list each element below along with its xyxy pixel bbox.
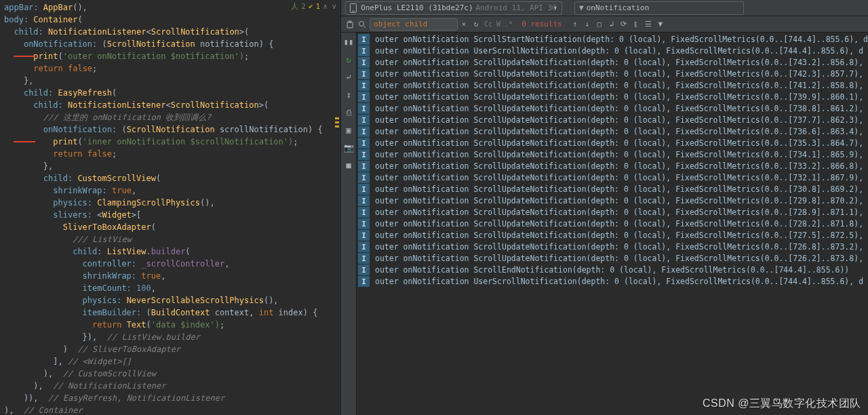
code-line[interactable]: }), // ListView.builder [4,331,340,343]
code-line[interactable]: onNotification: (ScrollNotification noti… [4,38,340,50]
log-line[interactable]: outer onNotification ScrollUpdateNotific… [375,172,868,184]
regex-toggle[interactable]: .* [502,20,515,28]
print-button[interactable]: ⎙ [343,107,354,118]
code-line[interactable]: shrinkWrap: true, [4,184,340,197]
code-line[interactable]: child: EasyRefresh( [4,87,340,99]
code-line[interactable]: body: Container( [4,14,340,26]
code-line[interactable]: print('inner onNotification $scrollNotif… [4,136,340,148]
log-line[interactable]: outer onNotification ScrollUpdateNotific… [375,103,868,115]
code-line[interactable]: onNotification: (ScrollNotification scro… [4,123,340,136]
code-line[interactable]: physics: NeverScrollableScrollPhysics(), [4,294,340,307]
log-level-badge: I [358,45,370,57]
filter-toggle[interactable]: ▢ [593,18,606,31]
code-line[interactable]: ) // SliverToBoxAdapter [4,343,340,355]
code-line[interactable]: return Text('data $index'); [4,319,340,331]
log-line[interactable]: outer onNotification ScrollUpdateNotific… [375,138,868,149]
logcat-toolbar-top: OnePlus LE2110 (31bde27c) Android 11, AP… [341,0,868,16]
code-line[interactable]: shrinkWrap: true, [4,270,340,282]
log-line[interactable]: outer onNotification ScrollUpdateNotific… [375,161,868,172]
log-line[interactable]: outer onNotification ScrollUpdateNotific… [375,126,868,138]
code-line[interactable]: child: CustomScrollView( [4,172,340,184]
screenshot-button[interactable]: 📷 [343,142,354,153]
history-icon[interactable]: ↻ [470,18,482,31]
svg-rect-1 [352,11,355,12]
log-line[interactable]: outer onNotification UserScrollNotificat… [375,45,868,57]
log-filter-input[interactable]: ▼ onNotification [574,1,744,15]
split-icon[interactable]: ⫿ [630,18,642,31]
log-line[interactable]: outer onNotification ScrollUpdateNotific… [375,253,868,264]
match-case[interactable]: Cc [482,20,494,28]
log-line[interactable]: outer onNotification ScrollUpdateNotific… [375,92,868,103]
code-line[interactable]: controller: _scrollController, [4,258,340,270]
code-line[interactable]: SliverToBoxAdapter( [4,221,340,233]
log-line[interactable]: outer onNotification UserScrollNotificat… [375,276,868,288]
code-line[interactable]: appBar: AppBar(), [4,1,340,14]
editor-pane: 人 2 ✔ 1 ∧ ∨ appBar: AppBar(),body: Conta… [0,0,340,415]
wrap-toggle[interactable]: ↲ [606,18,618,31]
code-line[interactable]: /// 这里的 onNotification 收到回调么? [4,111,340,123]
log-line[interactable]: outer onNotification ScrollUpdateNotific… [375,230,868,241]
code-line[interactable]: child: NotificationListener<ScrollNotifi… [4,99,340,111]
log-level-badge: I [358,276,370,288]
soft-wrap-button[interactable]: ⤶ [343,72,354,83]
funnel-icon-2[interactable]: ▼ [654,18,667,31]
code-line[interactable]: }, [4,160,340,172]
log-level-badge: I [358,68,370,80]
settings-icon[interactable]: ☰ [642,18,654,31]
logcat-toolbar-bottom: object child × ↻ Cc W .* 0 results ↑ ↓ ▢… [341,16,868,33]
record-button[interactable]: ■ [343,160,354,171]
log-level-badge: I [358,80,370,92]
log-line[interactable]: outer onNotification ScrollEndNotificati… [375,264,868,276]
log-level-badge: I [358,149,370,161]
prev-match-button[interactable]: ↑ [569,18,581,31]
code-line[interactable]: }, [4,75,340,87]
code-line[interactable]: ), // NotificationListener [4,380,340,392]
log-level-gutter: IIIIIIIIIIIIIIIIIIIIII [356,33,371,415]
log-level-badge: I [358,126,370,138]
next-match-button[interactable]: ↓ [581,18,593,31]
log-line[interactable]: outer onNotification ScrollUpdateNotific… [375,195,868,207]
code-line[interactable]: )), // EasyRefresh, NotificationListener [4,392,340,404]
words-only[interactable]: W [494,20,502,28]
code-line[interactable]: physics: ClampingScrollPhysics(), [4,197,340,209]
log-line[interactable]: outer onNotification ScrollUpdateNotific… [375,149,868,161]
clear-log-button[interactable] [344,18,356,31]
layout-button[interactable]: ▣ [343,125,354,136]
code-line[interactable]: itemCount: 100, [4,282,340,294]
log-search-input[interactable]: object child [370,18,458,31]
log-line[interactable]: outer onNotification ScrollUpdateNotific… [375,207,868,218]
code-line[interactable]: return false; [4,62,340,75]
log-line[interactable]: outer onNotification ScrollUpdateNotific… [375,241,868,253]
log-level-badge: I [358,92,370,103]
log-level-badge: I [358,184,370,195]
code-line[interactable]: itemBuilder: (BuildContext context, int … [4,307,340,319]
device-select[interactable]: OnePlus LE2110 (31bde27c) Android 11, AP… [345,1,562,15]
log-line[interactable]: outer onNotification ScrollUpdateNotific… [375,184,868,195]
scroll-end-button[interactable]: ↧ [343,90,354,100]
pause-button[interactable]: ▮▮ [343,37,354,47]
code-editor[interactable]: appBar: AppBar(),body: Container( child:… [0,0,340,415]
log-level-badge: I [358,138,370,149]
log-line[interactable]: outer onNotification ScrollUpdateNotific… [375,57,868,68]
code-line[interactable]: ), // Container [4,404,340,415]
code-line[interactable]: child: ListView.builder( [4,245,340,258]
search-icon[interactable] [356,18,368,31]
code-line[interactable]: child: NotificationListener<ScrollNotifi… [4,26,340,38]
code-line[interactable]: ), // CustomScrollView [4,368,340,380]
code-line[interactable]: return false; [4,148,340,160]
code-line[interactable]: slivers: <Widget>[ [4,209,340,221]
restart-button[interactable]: ⟳ [618,18,630,31]
log-line[interactable]: outer onNotification ScrollUpdateNotific… [375,68,868,80]
log-output[interactable]: outer onNotification ScrollStartNotifica… [371,33,868,415]
log-level-badge: I [358,161,370,172]
code-line[interactable]: /// ListView [4,233,340,245]
log-line[interactable]: outer onNotification ScrollUpdateNotific… [375,115,868,126]
svg-point-2 [359,21,364,26]
code-line[interactable]: print('outer onNotification $notificatio… [4,50,340,62]
log-line[interactable]: outer onNotification ScrollUpdateNotific… [375,218,868,230]
log-line[interactable]: outer onNotification ScrollStartNotifica… [375,34,868,45]
close-icon[interactable]: × [458,18,470,31]
restart-log-button[interactable]: ↻ [343,54,354,65]
log-line[interactable]: outer onNotification ScrollUpdateNotific… [375,80,868,92]
code-line[interactable]: ], // <Widget>[] [4,355,340,368]
